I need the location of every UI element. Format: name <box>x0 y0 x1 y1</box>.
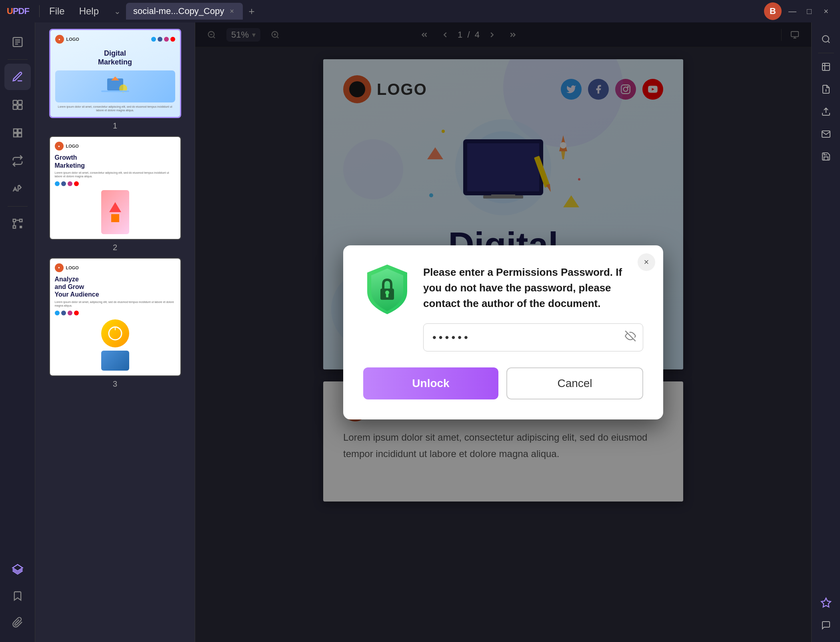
thumb3-social <box>55 311 176 315</box>
modal-text-area: Please enter a Permissions Password. If … <box>423 261 643 351</box>
main-layout: ● LOGO DigitalMarketing <box>0 22 840 642</box>
right-chat-button[interactable] <box>816 615 836 636</box>
thumb1-logo-text: LOGO <box>66 37 79 42</box>
minimize-button[interactable]: — <box>786 5 798 17</box>
shield-lock-icon <box>363 261 411 317</box>
titlebar-menu: File Help <box>43 3 105 19</box>
svg-marker-65 <box>821 598 830 607</box>
right-ocr-button[interactable] <box>816 56 836 77</box>
toggle-password-visibility[interactable] <box>625 330 636 344</box>
svg-line-62 <box>828 41 829 43</box>
app-logo: UPDF <box>0 6 36 16</box>
right-share-button[interactable] <box>816 101 836 122</box>
sidebar-divider-1 <box>8 59 28 60</box>
permissions-modal: × <box>343 245 663 419</box>
thumb3-title: Analyzeand GrowYour Audience <box>55 275 176 299</box>
svg-rect-7 <box>18 105 22 109</box>
sidebar-bottom <box>4 556 31 636</box>
thumb2-logo-icon: ● <box>55 142 64 150</box>
right-sidebar <box>811 22 840 642</box>
thumb2-page-number: 2 <box>113 243 117 252</box>
thumb2-title: GrowthMarketing <box>55 154 176 169</box>
right-document-info-button[interactable] <box>816 79 836 100</box>
right-ai-button[interactable] <box>816 592 836 613</box>
sidebar-item-organize[interactable] <box>4 120 31 146</box>
thumb1-page-number: 1 <box>113 121 117 130</box>
tab-label: social-me...Copy_Copy <box>133 6 224 16</box>
thumb3-logo-text: LOGO <box>66 265 79 270</box>
svg-rect-10 <box>14 133 17 137</box>
sidebar-item-layers[interactable] <box>4 556 31 583</box>
titlebar-right: B — □ × <box>764 2 840 20</box>
svg-rect-6 <box>13 105 17 109</box>
svg-rect-23 <box>111 214 119 222</box>
right-search-button[interactable] <box>816 29 836 50</box>
svg-rect-11 <box>18 133 22 137</box>
sidebar-item-convert[interactable] <box>4 148 31 174</box>
thumbnail-item-2[interactable]: ● LOGO GrowthMarketing Lorem ipsum dolor… <box>40 136 190 252</box>
svg-rect-12 <box>13 219 15 222</box>
thumb-frame-2[interactable]: ● LOGO GrowthMarketing Lorem ipsum dolor… <box>49 136 181 240</box>
app-logo-text: UPDF <box>7 6 29 16</box>
password-input[interactable] <box>423 323 643 351</box>
thumbnail-item-1[interactable]: ● LOGO DigitalMarketing <box>40 29 190 130</box>
titlebar: UPDF File Help ⌄ social-me...Copy_Copy ×… <box>0 0 840 22</box>
svg-rect-14 <box>13 226 15 228</box>
modal-close-button[interactable]: × <box>638 253 655 271</box>
left-sidebar <box>0 22 35 642</box>
modal-overlay: × <box>195 22 811 642</box>
modal-body: Please enter a Permissions Password. If … <box>363 261 643 351</box>
right-email-button[interactable] <box>816 124 836 144</box>
svg-point-58 <box>385 291 389 295</box>
thumb-frame-1[interactable]: ● LOGO DigitalMarketing <box>49 29 181 118</box>
close-button[interactable]: × <box>820 5 832 17</box>
svg-rect-21 <box>101 90 129 92</box>
sidebar-item-annotate[interactable] <box>4 64 31 90</box>
sidebar-item-reader[interactable] <box>4 29 31 55</box>
tab-close-btn[interactable]: × <box>228 6 236 16</box>
modal-icon-area <box>363 261 411 317</box>
maximize-button[interactable]: □ <box>803 5 815 17</box>
menu-help[interactable]: Help <box>73 3 105 19</box>
svg-rect-63 <box>822 63 830 70</box>
thumb1-illustration <box>55 70 175 102</box>
sidebar-divider-2 <box>8 206 28 207</box>
sidebar-item-edit[interactable] <box>4 92 31 118</box>
thumb2-body: Lorem ipsum dolor sit amet, consectetur … <box>55 171 176 178</box>
modal-buttons: Unlock Cancel <box>363 367 643 399</box>
close-icon: × <box>644 257 649 267</box>
right-sidebar-separator-1 <box>818 53 834 53</box>
thumb3-logo-icon: ● <box>55 263 64 272</box>
thumb3-body: Lorem ipsum dolor sit amet, adipiscing e… <box>55 300 176 307</box>
thumb1-body: Lorem ipsum dolor sit amet, consectetur … <box>55 105 175 112</box>
thumbnail-panel: ● LOGO DigitalMarketing <box>35 22 195 642</box>
sidebar-item-attachments[interactable] <box>4 609 31 636</box>
thumb-frame-3[interactable]: ● LOGO Analyzeand GrowYour Audience Lore… <box>49 258 181 376</box>
menu-file[interactable]: File <box>43 3 71 19</box>
unlock-button[interactable]: Unlock <box>363 367 498 399</box>
sidebar-item-ocr[interactable] <box>4 211 31 237</box>
thumb2-social <box>55 181 176 186</box>
user-avatar[interactable]: B <box>764 2 782 20</box>
sidebar-item-bookmarks[interactable] <box>4 583 31 609</box>
svg-rect-5 <box>18 100 22 104</box>
cancel-button[interactable]: Cancel <box>506 367 643 399</box>
modal-message-text: Please enter a Permissions Password. If … <box>423 265 643 311</box>
tab-bar: ⌄ social-me...Copy_Copy × + <box>110 3 764 20</box>
right-save-button[interactable] <box>816 146 836 167</box>
svg-rect-59 <box>386 294 388 297</box>
tab-overflow-btn[interactable]: ⌄ <box>110 4 124 18</box>
sidebar-item-sign[interactable] <box>4 176 31 202</box>
thumb1-social <box>151 37 175 42</box>
password-field-wrap <box>423 323 643 351</box>
new-tab-button[interactable]: + <box>244 4 259 18</box>
thumbnail-item-3[interactable]: ● LOGO Analyzeand GrowYour Audience Lore… <box>40 258 190 389</box>
titlebar-separator <box>39 5 40 17</box>
thumb3-page-number: 3 <box>113 379 117 389</box>
svg-point-61 <box>822 36 829 42</box>
tab-active[interactable]: social-me...Copy_Copy × <box>126 3 243 20</box>
content-area: 51% ▾ 1 / 4 <box>195 22 811 642</box>
svg-rect-4 <box>13 100 17 104</box>
svg-rect-13 <box>20 219 22 222</box>
svg-marker-22 <box>109 202 121 212</box>
